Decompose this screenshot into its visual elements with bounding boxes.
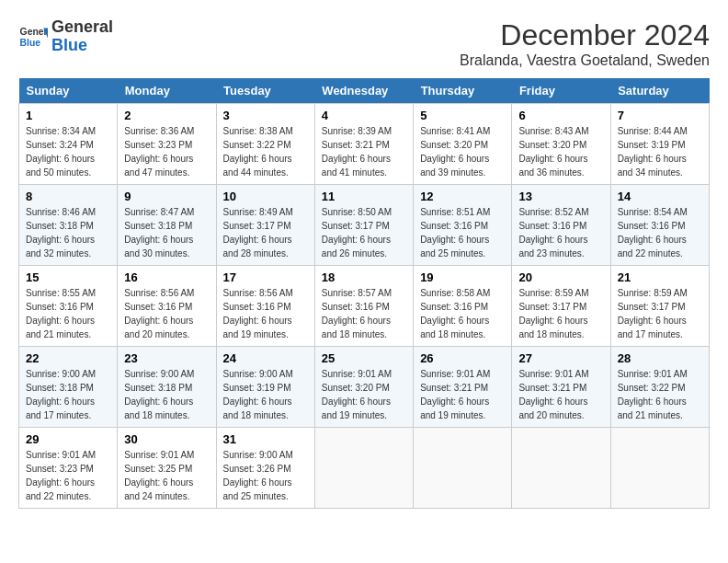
day-cell-26: 26 Sunrise: 9:01 AMSunset: 3:21 PMDaylig…	[414, 347, 512, 428]
day-info: Sunrise: 9:00 AMSunset: 3:26 PMDaylight:…	[223, 450, 293, 501]
empty-cell	[314, 428, 413, 509]
day-info: Sunrise: 8:41 AMSunset: 3:20 PMDaylight:…	[420, 126, 490, 178]
title-block: December 2024 Bralanda, Vaestra Goetalan…	[460, 18, 710, 69]
day-number: 25	[322, 351, 406, 365]
page-subtitle: Bralanda, Vaestra Goetaland, Sweden	[460, 52, 710, 69]
header-friday: Friday	[512, 78, 610, 104]
logo: General Blue General Blue	[18, 18, 113, 55]
day-cell-23: 23 Sunrise: 9:00 AMSunset: 3:18 PMDaylig…	[118, 347, 216, 428]
calendar-week-1: 1 Sunrise: 8:34 AMSunset: 3:24 PMDayligh…	[19, 104, 710, 185]
calendar-week-3: 15 Sunrise: 8:55 AMSunset: 3:16 PMDaylig…	[19, 266, 710, 347]
day-info: Sunrise: 9:01 AMSunset: 3:21 PMDaylight:…	[420, 369, 490, 420]
day-cell-20: 20 Sunrise: 8:59 AMSunset: 3:17 PMDaylig…	[512, 266, 610, 347]
day-number: 11	[322, 190, 406, 203]
day-cell-12: 12 Sunrise: 8:51 AMSunset: 3:16 PMDaylig…	[414, 185, 512, 266]
day-cell-22: 22 Sunrise: 9:00 AMSunset: 3:18 PMDaylig…	[19, 347, 118, 428]
day-number: 13	[518, 190, 603, 203]
day-info: Sunrise: 8:56 AMSunset: 3:16 PMDaylight:…	[223, 288, 293, 339]
day-info: Sunrise: 8:59 AMSunset: 3:17 PMDaylight:…	[518, 288, 588, 339]
day-cell-24: 24 Sunrise: 9:00 AMSunset: 3:19 PMDaylig…	[216, 347, 314, 428]
day-number: 14	[618, 190, 702, 203]
day-cell-5: 5 Sunrise: 8:41 AMSunset: 3:20 PMDayligh…	[414, 104, 512, 185]
day-number: 24	[223, 351, 308, 365]
day-number: 15	[26, 270, 110, 284]
header-saturday: Saturday	[610, 78, 709, 104]
day-info: Sunrise: 8:57 AMSunset: 3:16 PMDaylight:…	[322, 288, 392, 339]
day-info: Sunrise: 8:54 AMSunset: 3:16 PMDaylight:…	[618, 207, 688, 259]
day-info: Sunrise: 9:01 AMSunset: 3:21 PMDaylight:…	[518, 369, 588, 420]
day-info: Sunrise: 9:01 AMSunset: 3:23 PMDaylight:…	[26, 450, 96, 501]
day-cell-3: 3 Sunrise: 8:38 AMSunset: 3:22 PMDayligh…	[216, 104, 314, 185]
day-cell-17: 17 Sunrise: 8:56 AMSunset: 3:16 PMDaylig…	[216, 266, 314, 347]
day-number: 16	[124, 270, 209, 284]
day-number: 5	[420, 109, 505, 122]
day-info: Sunrise: 8:46 AMSunset: 3:18 PMDaylight:…	[26, 207, 96, 259]
day-cell-28: 28 Sunrise: 9:01 AMSunset: 3:22 PMDaylig…	[610, 347, 709, 428]
day-number: 17	[223, 270, 308, 284]
page-title: December 2024	[460, 18, 710, 52]
header-sunday: Sunday	[19, 78, 118, 104]
day-cell-2: 2 Sunrise: 8:36 AMSunset: 3:23 PMDayligh…	[118, 104, 216, 185]
day-number: 12	[420, 190, 505, 203]
day-cell-9: 9 Sunrise: 8:47 AMSunset: 3:18 PMDayligh…	[118, 185, 216, 266]
day-cell-11: 11 Sunrise: 8:50 AMSunset: 3:17 PMDaylig…	[314, 185, 413, 266]
day-number: 30	[124, 432, 209, 446]
day-cell-1: 1 Sunrise: 8:34 AMSunset: 3:24 PMDayligh…	[19, 104, 118, 185]
day-info: Sunrise: 8:55 AMSunset: 3:16 PMDaylight:…	[26, 288, 96, 339]
day-info: Sunrise: 9:01 AMSunset: 3:25 PMDaylight:…	[124, 450, 194, 501]
day-number: 18	[322, 270, 406, 284]
day-cell-21: 21 Sunrise: 8:59 AMSunset: 3:17 PMDaylig…	[610, 266, 709, 347]
day-info: Sunrise: 8:39 AMSunset: 3:21 PMDaylight:…	[322, 126, 392, 178]
day-info: Sunrise: 9:00 AMSunset: 3:18 PMDaylight:…	[124, 369, 194, 420]
calendar-week-4: 22 Sunrise: 9:00 AMSunset: 3:18 PMDaylig…	[19, 347, 710, 428]
day-info: Sunrise: 8:51 AMSunset: 3:16 PMDaylight:…	[420, 207, 490, 259]
day-cell-14: 14 Sunrise: 8:54 AMSunset: 3:16 PMDaylig…	[610, 185, 709, 266]
day-number: 29	[26, 432, 110, 446]
day-cell-7: 7 Sunrise: 8:44 AMSunset: 3:19 PMDayligh…	[610, 104, 709, 185]
calendar-week-5: 29 Sunrise: 9:01 AMSunset: 3:23 PMDaylig…	[19, 428, 710, 509]
day-info: Sunrise: 8:50 AMSunset: 3:17 PMDaylight:…	[322, 207, 392, 259]
day-info: Sunrise: 8:56 AMSunset: 3:16 PMDaylight:…	[124, 288, 194, 339]
day-number: 10	[223, 190, 308, 203]
day-info: Sunrise: 8:44 AMSunset: 3:19 PMDaylight:…	[618, 126, 688, 178]
day-cell-18: 18 Sunrise: 8:57 AMSunset: 3:16 PMDaylig…	[314, 266, 413, 347]
day-number: 22	[26, 351, 110, 365]
day-number: 9	[124, 190, 209, 203]
svg-text:Blue: Blue	[20, 37, 41, 47]
day-cell-13: 13 Sunrise: 8:52 AMSunset: 3:16 PMDaylig…	[512, 185, 610, 266]
day-number: 26	[420, 351, 505, 365]
day-number: 3	[223, 109, 308, 122]
day-info: Sunrise: 8:59 AMSunset: 3:17 PMDaylight:…	[618, 288, 688, 339]
day-info: Sunrise: 8:47 AMSunset: 3:18 PMDaylight:…	[124, 207, 194, 259]
day-cell-25: 25 Sunrise: 9:01 AMSunset: 3:20 PMDaylig…	[314, 347, 413, 428]
day-cell-4: 4 Sunrise: 8:39 AMSunset: 3:21 PMDayligh…	[314, 104, 413, 185]
day-number: 19	[420, 270, 505, 284]
logo-text: General Blue	[51, 18, 113, 55]
day-info: Sunrise: 8:49 AMSunset: 3:17 PMDaylight:…	[223, 207, 293, 259]
day-number: 8	[26, 190, 110, 203]
day-cell-16: 16 Sunrise: 8:56 AMSunset: 3:16 PMDaylig…	[118, 266, 216, 347]
svg-text:General: General	[20, 27, 48, 37]
day-info: Sunrise: 8:38 AMSunset: 3:22 PMDaylight:…	[223, 126, 293, 178]
header-thursday: Thursday	[414, 78, 512, 104]
day-number: 23	[124, 351, 209, 365]
day-cell-15: 15 Sunrise: 8:55 AMSunset: 3:16 PMDaylig…	[19, 266, 118, 347]
calendar-header-row: SundayMondayTuesdayWednesdayThursdayFrid…	[19, 78, 710, 104]
empty-cell	[414, 428, 512, 509]
day-number: 31	[223, 432, 308, 446]
day-cell-8: 8 Sunrise: 8:46 AMSunset: 3:18 PMDayligh…	[19, 185, 118, 266]
day-cell-27: 27 Sunrise: 9:01 AMSunset: 3:21 PMDaylig…	[512, 347, 610, 428]
day-info: Sunrise: 8:58 AMSunset: 3:16 PMDaylight:…	[420, 288, 490, 339]
day-number: 21	[618, 270, 702, 284]
header-monday: Monday	[118, 78, 216, 104]
empty-cell	[512, 428, 610, 509]
day-info: Sunrise: 9:01 AMSunset: 3:22 PMDaylight:…	[618, 369, 688, 420]
day-cell-10: 10 Sunrise: 8:49 AMSunset: 3:17 PMDaylig…	[216, 185, 314, 266]
day-number: 6	[518, 109, 603, 122]
day-cell-19: 19 Sunrise: 8:58 AMSunset: 3:16 PMDaylig…	[414, 266, 512, 347]
day-number: 20	[518, 270, 603, 284]
day-number: 7	[618, 109, 702, 122]
day-info: Sunrise: 8:36 AMSunset: 3:23 PMDaylight:…	[124, 126, 194, 178]
empty-cell	[610, 428, 709, 509]
day-number: 2	[124, 109, 209, 122]
